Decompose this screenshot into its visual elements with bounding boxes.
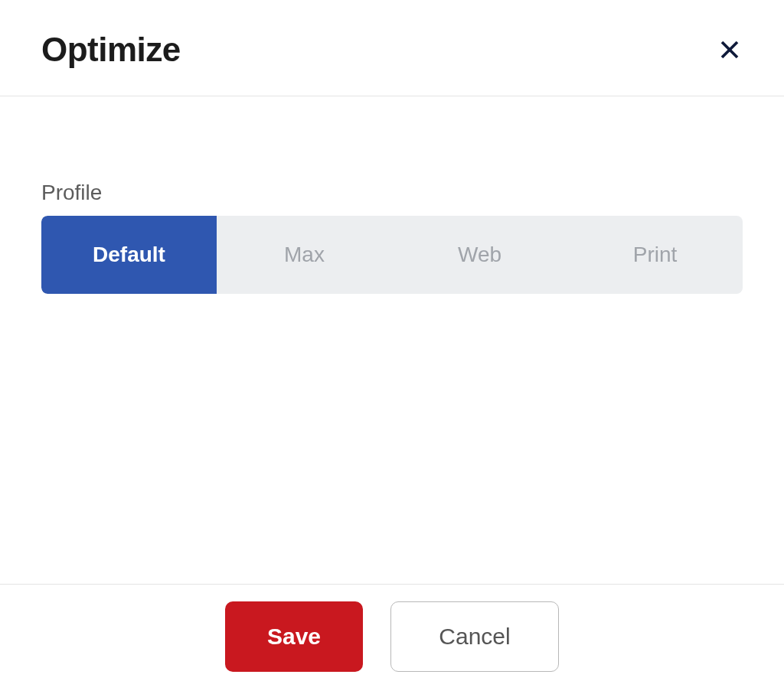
profile-option-print[interactable]: Print — [567, 216, 743, 294]
save-button[interactable]: Save — [225, 601, 363, 672]
optimize-dialog: Optimize Profile Default Max Web Print S… — [0, 0, 784, 681]
dialog-body: Profile Default Max Web Print — [0, 96, 784, 584]
profile-label: Profile — [41, 181, 743, 205]
dialog-title: Optimize — [41, 31, 181, 69]
profile-option-max[interactable]: Max — [217, 216, 392, 294]
profile-option-default[interactable]: Default — [41, 216, 217, 294]
profile-segmented-control: Default Max Web Print — [41, 216, 743, 294]
profile-option-web[interactable]: Web — [392, 216, 567, 294]
dialog-footer: Save Cancel — [0, 584, 784, 681]
close-icon — [718, 38, 741, 61]
dialog-header: Optimize — [0, 0, 784, 96]
cancel-button[interactable]: Cancel — [390, 601, 559, 672]
close-button[interactable] — [712, 32, 747, 67]
